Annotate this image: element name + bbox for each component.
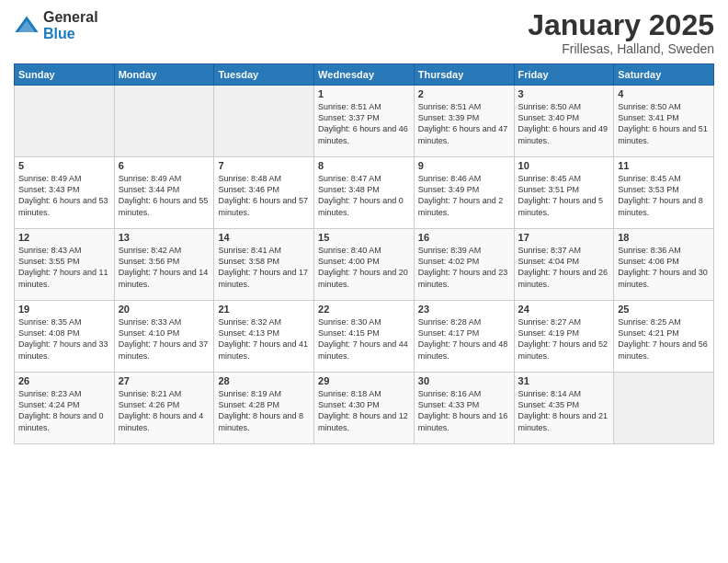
calendar-cell: 16Sunrise: 8:39 AMSunset: 4:02 PMDayligh… [414, 229, 514, 301]
cell-content: Sunrise: 8:48 AMSunset: 3:46 PMDaylight:… [218, 173, 310, 218]
cell-content: Sunrise: 8:45 AMSunset: 3:51 PMDaylight:… [518, 173, 610, 218]
calendar-cell: 14Sunrise: 8:41 AMSunset: 3:58 PMDayligh… [214, 229, 314, 301]
day-number: 14 [218, 232, 310, 243]
cell-content: Sunrise: 8:14 AMSunset: 4:35 PMDaylight:… [518, 388, 610, 433]
header-sunday: Sunday [15, 64, 115, 86]
header-wednesday: Wednesday [314, 64, 415, 86]
calendar-week-1: 1Sunrise: 8:51 AMSunset: 3:37 PMDaylight… [15, 86, 714, 157]
calendar-subtitle: Frillesas, Halland, Sweden [528, 41, 714, 56]
calendar-body: 1Sunrise: 8:51 AMSunset: 3:37 PMDaylight… [15, 86, 714, 444]
header-tuesday: Tuesday [214, 64, 314, 86]
calendar-cell: 30Sunrise: 8:16 AMSunset: 4:33 PMDayligh… [414, 373, 514, 444]
calendar-cell: 1Sunrise: 8:51 AMSunset: 3:37 PMDaylight… [314, 86, 415, 157]
day-number: 22 [318, 304, 410, 315]
calendar-week-5: 26Sunrise: 8:23 AMSunset: 4:24 PMDayligh… [15, 373, 714, 444]
calendar-cell: 13Sunrise: 8:42 AMSunset: 3:56 PMDayligh… [114, 229, 214, 301]
header-saturday: Saturday [614, 64, 714, 86]
cell-content: Sunrise: 8:45 AMSunset: 3:53 PMDaylight:… [618, 173, 710, 218]
calendar-cell: 27Sunrise: 8:21 AMSunset: 4:26 PMDayligh… [114, 373, 214, 444]
logo-text: General Blue [43, 9, 98, 41]
page: General Blue January 2025 Frillesas, Hal… [0, 0, 728, 563]
day-number: 12 [18, 232, 110, 243]
day-number: 10 [518, 160, 610, 171]
day-number: 27 [119, 375, 210, 386]
cell-content: Sunrise: 8:47 AMSunset: 3:48 PMDaylight:… [318, 173, 410, 218]
cell-content: Sunrise: 8:23 AMSunset: 4:24 PMDaylight:… [18, 388, 110, 433]
calendar-cell: 7Sunrise: 8:48 AMSunset: 3:46 PMDaylight… [214, 157, 314, 229]
cell-content: Sunrise: 8:30 AMSunset: 4:15 PMDaylight:… [318, 316, 410, 362]
cell-content: Sunrise: 8:27 AMSunset: 4:19 PMDaylight:… [518, 316, 610, 362]
cell-content: Sunrise: 8:50 AMSunset: 3:41 PMDaylight:… [618, 101, 710, 146]
day-number: 21 [218, 304, 310, 315]
logo-general-text: General [43, 9, 98, 26]
day-number: 18 [618, 232, 710, 243]
calendar-week-2: 5Sunrise: 8:49 AMSunset: 3:43 PMDaylight… [15, 157, 714, 229]
calendar-cell: 9Sunrise: 8:46 AMSunset: 3:49 PMDaylight… [414, 157, 514, 229]
day-number: 8 [318, 160, 410, 171]
day-number: 4 [618, 88, 710, 99]
calendar-cell: 31Sunrise: 8:14 AMSunset: 4:35 PMDayligh… [514, 373, 614, 444]
calendar-cell [614, 373, 714, 444]
day-number: 11 [618, 160, 710, 171]
day-number: 31 [518, 375, 610, 386]
calendar-week-4: 19Sunrise: 8:35 AMSunset: 4:08 PMDayligh… [15, 301, 714, 373]
calendar-cell: 3Sunrise: 8:50 AMSunset: 3:40 PMDaylight… [514, 86, 614, 157]
day-number: 9 [418, 160, 510, 171]
logo: General Blue [14, 9, 98, 41]
day-number: 5 [18, 160, 110, 171]
cell-content: Sunrise: 8:25 AMSunset: 4:21 PMDaylight:… [618, 316, 710, 362]
cell-content: Sunrise: 8:39 AMSunset: 4:02 PMDaylight:… [418, 245, 510, 290]
cell-content: Sunrise: 8:49 AMSunset: 3:43 PMDaylight:… [18, 173, 110, 218]
calendar-week-3: 12Sunrise: 8:43 AMSunset: 3:55 PMDayligh… [15, 229, 714, 301]
day-number: 1 [318, 88, 410, 99]
calendar-cell: 5Sunrise: 8:49 AMSunset: 3:43 PMDaylight… [15, 157, 115, 229]
calendar-cell: 11Sunrise: 8:45 AMSunset: 3:53 PMDayligh… [614, 157, 714, 229]
title-block: January 2025 Frillesas, Halland, Sweden [528, 9, 714, 56]
cell-content: Sunrise: 8:50 AMSunset: 3:40 PMDaylight:… [518, 101, 610, 146]
calendar-cell: 25Sunrise: 8:25 AMSunset: 4:21 PMDayligh… [614, 301, 714, 373]
calendar-cell [114, 86, 214, 157]
day-number: 28 [218, 375, 310, 386]
day-number: 30 [418, 375, 510, 386]
calendar-cell: 23Sunrise: 8:28 AMSunset: 4:17 PMDayligh… [414, 301, 514, 373]
cell-content: Sunrise: 8:16 AMSunset: 4:33 PMDaylight:… [418, 388, 510, 433]
cell-content: Sunrise: 8:19 AMSunset: 4:28 PMDaylight:… [218, 388, 310, 433]
calendar-cell: 8Sunrise: 8:47 AMSunset: 3:48 PMDaylight… [314, 157, 415, 229]
calendar-cell: 6Sunrise: 8:49 AMSunset: 3:44 PMDaylight… [114, 157, 214, 229]
calendar-cell: 28Sunrise: 8:19 AMSunset: 4:28 PMDayligh… [214, 373, 314, 444]
calendar-table: Sunday Monday Tuesday Wednesday Thursday… [14, 63, 714, 444]
day-number: 3 [518, 88, 610, 99]
day-number: 24 [518, 304, 610, 315]
day-number: 25 [618, 304, 710, 315]
header-row: Sunday Monday Tuesday Wednesday Thursday… [15, 64, 714, 86]
calendar-cell: 29Sunrise: 8:18 AMSunset: 4:30 PMDayligh… [314, 373, 415, 444]
cell-content: Sunrise: 8:43 AMSunset: 3:55 PMDaylight:… [18, 245, 110, 290]
day-number: 20 [119, 304, 210, 315]
day-number: 2 [418, 88, 510, 99]
cell-content: Sunrise: 8:37 AMSunset: 4:04 PMDaylight:… [518, 245, 610, 290]
day-number: 26 [18, 375, 110, 386]
calendar-cell: 19Sunrise: 8:35 AMSunset: 4:08 PMDayligh… [15, 301, 115, 373]
calendar-cell: 18Sunrise: 8:36 AMSunset: 4:06 PMDayligh… [614, 229, 714, 301]
cell-content: Sunrise: 8:51 AMSunset: 3:39 PMDaylight:… [418, 101, 510, 146]
header: General Blue January 2025 Frillesas, Hal… [14, 9, 714, 56]
day-number: 19 [18, 304, 110, 315]
logo-icon [14, 13, 40, 39]
day-number: 6 [119, 160, 210, 171]
cell-content: Sunrise: 8:46 AMSunset: 3:49 PMDaylight:… [418, 173, 510, 218]
calendar-cell: 4Sunrise: 8:50 AMSunset: 3:41 PMDaylight… [614, 86, 714, 157]
calendar-cell [15, 86, 115, 157]
cell-content: Sunrise: 8:36 AMSunset: 4:06 PMDaylight:… [618, 245, 710, 290]
calendar-cell: 17Sunrise: 8:37 AMSunset: 4:04 PMDayligh… [514, 229, 614, 301]
day-number: 23 [418, 304, 510, 315]
calendar-cell: 12Sunrise: 8:43 AMSunset: 3:55 PMDayligh… [15, 229, 115, 301]
calendar-cell: 20Sunrise: 8:33 AMSunset: 4:10 PMDayligh… [114, 301, 214, 373]
cell-content: Sunrise: 8:21 AMSunset: 4:26 PMDaylight:… [119, 388, 210, 433]
calendar-cell: 26Sunrise: 8:23 AMSunset: 4:24 PMDayligh… [15, 373, 115, 444]
calendar-cell: 15Sunrise: 8:40 AMSunset: 4:00 PMDayligh… [314, 229, 415, 301]
day-number: 13 [119, 232, 210, 243]
day-number: 29 [318, 375, 410, 386]
header-friday: Friday [514, 64, 614, 86]
logo-blue-text: Blue [43, 26, 98, 42]
day-number: 16 [418, 232, 510, 243]
